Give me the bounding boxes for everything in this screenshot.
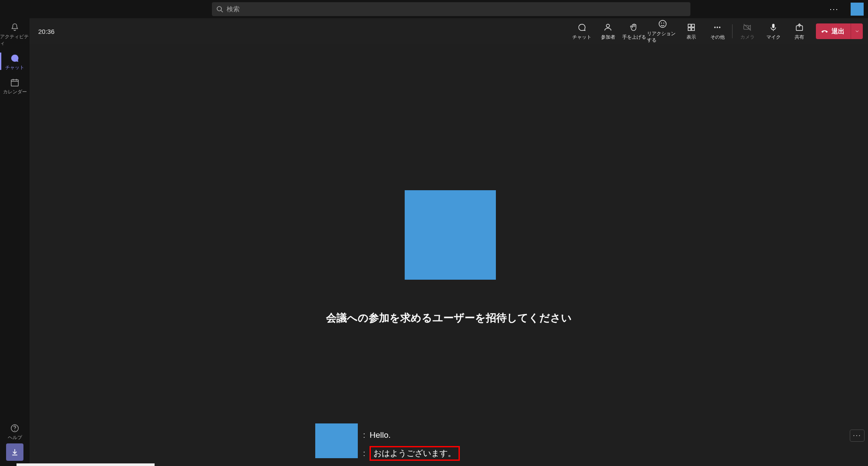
camera-off-icon <box>743 23 752 32</box>
current-user-avatar[interactable] <box>851 3 864 16</box>
taskbar-sliver <box>17 463 155 466</box>
caption-text-highlighted: おはようございます。 <box>370 446 460 461</box>
rail-download-button[interactable] <box>6 443 23 461</box>
toolbar-label: その他 <box>710 34 725 40</box>
leave-button[interactable]: 退出 <box>816 23 863 39</box>
bell-icon <box>10 23 20 32</box>
invite-message: 会議への参加を求めるユーザーを招待してください <box>30 311 868 325</box>
help-icon <box>10 423 20 433</box>
participant-avatar-large <box>405 190 496 280</box>
rail-label: ヘルプ <box>8 434 22 441</box>
toolbar-label: 手を上げる <box>622 34 646 40</box>
toolbar-label: カメラ <box>740 34 755 40</box>
titlebar-more-button[interactable]: ··· <box>826 0 842 18</box>
chat-icon <box>577 23 587 32</box>
meeting-stage: 会議への参加を求めるユーザーを招待してください : Hello. : おはようご… <box>30 44 868 466</box>
toolbar-chat-button[interactable]: チャット <box>569 18 595 44</box>
hand-icon <box>629 23 639 32</box>
caption-speaker-avatar <box>315 423 358 458</box>
toolbar-view-button[interactable]: 表示 <box>678 18 704 44</box>
svg-point-17 <box>716 26 718 28</box>
download-icon <box>10 448 19 456</box>
rail-item-chat[interactable]: チャット <box>0 49 30 73</box>
svg-rect-13 <box>692 24 694 26</box>
toolbar-camera-button[interactable]: カメラ <box>734 18 760 44</box>
svg-point-0 <box>217 7 221 11</box>
search-input[interactable]: 検索 <box>212 2 690 16</box>
meeting-toolbar: 20:36 チャット 参加者 手を上げる リアクションする <box>30 18 868 44</box>
svg-rect-14 <box>688 27 691 30</box>
hangup-icon <box>820 27 829 36</box>
people-icon <box>603 23 613 32</box>
grid-icon <box>686 23 696 32</box>
rail-label: チャット <box>5 64 24 71</box>
rail-item-help[interactable]: ヘルプ <box>0 419 30 443</box>
leave-label: 退出 <box>832 27 845 36</box>
toolbar-raisehand-button[interactable]: 手を上げる <box>621 18 647 44</box>
search-icon <box>216 6 223 13</box>
caption-line: : おはようございます。 <box>363 446 460 461</box>
svg-line-1 <box>221 10 223 12</box>
rail-label: アクティビティ <box>0 33 30 46</box>
rail-label: カレンダー <box>3 89 27 95</box>
app-rail: アクティビティ チャット カレンダー ヘルプ <box>0 18 30 466</box>
toolbar-mic-button[interactable]: マイク <box>760 18 786 44</box>
caption-line: : Hello. <box>363 430 460 440</box>
svg-point-8 <box>606 24 609 27</box>
stage-more-button[interactable]: ··· <box>850 430 865 442</box>
calendar-icon <box>10 78 20 87</box>
captions-panel: : Hello. : おはようございます。 <box>315 423 460 461</box>
svg-rect-15 <box>692 27 694 30</box>
toolbar-label: 共有 <box>795 34 804 40</box>
leave-dropdown[interactable] <box>851 23 863 39</box>
mic-icon <box>769 23 778 32</box>
toolbar-react-button[interactable]: リアクションする <box>647 18 678 44</box>
chat-icon <box>10 53 20 63</box>
more-icon <box>713 23 722 32</box>
caption-separator: : <box>363 430 365 440</box>
caption-text: Hello. <box>370 430 391 440</box>
svg-rect-21 <box>772 23 775 28</box>
toolbar-label: マイク <box>766 34 781 40</box>
svg-point-16 <box>714 26 716 28</box>
toolbar-people-button[interactable]: 参加者 <box>595 18 621 44</box>
rail-item-activity[interactable]: アクティビティ <box>0 18 30 49</box>
toolbar-label: チャット <box>572 34 591 40</box>
share-icon <box>795 23 804 32</box>
emoji-icon <box>658 19 667 29</box>
svg-point-10 <box>661 23 662 23</box>
meeting-timer: 20:36 <box>38 28 55 35</box>
svg-point-9 <box>659 20 667 28</box>
title-bar: 検索 ··· <box>0 0 868 18</box>
toolbar-more-button[interactable]: その他 <box>704 18 730 44</box>
svg-rect-2 <box>11 80 19 86</box>
svg-point-7 <box>14 430 15 431</box>
toolbar-label: リアクションする <box>647 30 678 43</box>
leave-main[interactable]: 退出 <box>816 23 851 39</box>
svg-point-11 <box>663 23 664 23</box>
search-placeholder: 検索 <box>227 5 240 13</box>
caption-separator: : <box>363 449 365 458</box>
toolbar-label: 表示 <box>686 34 696 40</box>
toolbar-share-button[interactable]: 共有 <box>786 18 812 44</box>
toolbar-label: 参加者 <box>601 34 615 40</box>
rail-item-calendar[interactable]: カレンダー <box>0 73 30 98</box>
svg-rect-12 <box>688 24 691 26</box>
toolbar-separator <box>732 24 733 38</box>
svg-point-18 <box>719 26 720 28</box>
chevron-down-icon <box>855 29 860 34</box>
